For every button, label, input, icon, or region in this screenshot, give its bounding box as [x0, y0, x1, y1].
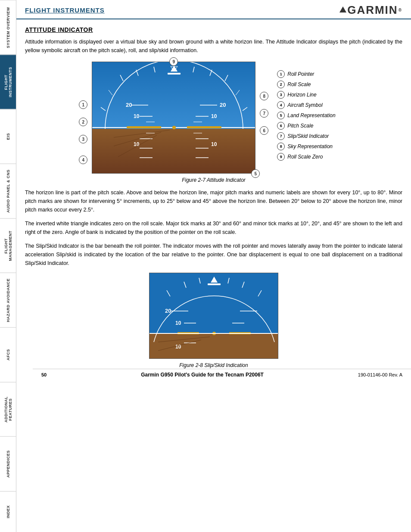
- legend-item-6: 6 Pitch Scale: [277, 122, 335, 130]
- svg-rect-35: [187, 126, 200, 128]
- legend-item-1: 1 Roll Pointer: [277, 70, 335, 78]
- legend: 1 Roll Pointer 2 Roll Scale 3 Horizon Li…: [277, 70, 335, 161]
- svg-line-58: [242, 282, 244, 288]
- svg-text:20: 20: [126, 102, 132, 108]
- attitude-indicator-diagram: 9 1 2 3 4 5 6 7 8: [92, 62, 255, 174]
- figure1-container: 9 1 2 3 4 5 6 7 8: [25, 62, 402, 174]
- svg-line-7: [109, 90, 112, 95]
- svg-line-10: [243, 107, 247, 111]
- sidebar-item-flight-management[interactable]: FLIGHT MANAGEMENT: [0, 218, 16, 273]
- page-footer: 50 Garmin G950 Pilot's Guide for the Tec…: [33, 369, 411, 380]
- figure2-caption: Figure 2-8 Slip/Skid Indication: [25, 362, 402, 368]
- sidebar-item-system-overview[interactable]: SYSTEM OVERVIEW: [0, 0, 16, 55]
- page-header: FLIGHT INSTRUMENTS GARMIN®: [16, 0, 411, 19]
- main-content: FLIGHT INSTRUMENTS GARMIN® ATTITUDE INDI…: [16, 0, 411, 380]
- callout-1: 1: [79, 100, 87, 109]
- slip-skid-image: 20 10 10: [149, 273, 278, 359]
- body-para2: The inverted white triangle indicates ze…: [25, 219, 402, 236]
- footer-title: Garmin G950 Pilot's Guide for the Tecnam…: [141, 372, 264, 378]
- page-title: FLIGHT INSTRUMENTS: [25, 6, 105, 14]
- svg-line-5: [154, 67, 155, 72]
- garmin-logo: GARMIN®: [339, 3, 402, 17]
- page-content: ATTITUDE INDICATOR Attitude information …: [16, 19, 411, 380]
- sidebar-item-hazard-avoidance[interactable]: HAZARD AVOIDANCE: [0, 273, 16, 327]
- svg-text:10: 10: [175, 344, 181, 350]
- svg-marker-41: [211, 277, 218, 283]
- svg-text:10: 10: [211, 113, 217, 119]
- garmin-triangle-icon: [339, 6, 346, 12]
- svg-line-6: [193, 67, 194, 72]
- svg-line-9: [101, 107, 106, 111]
- svg-rect-34: [148, 126, 161, 128]
- body-para3: The Slip/Skid Indicator is the bar benea…: [25, 242, 402, 268]
- page-number: 50: [41, 372, 47, 377]
- intro-paragraph: Attitude information is displayed over a…: [25, 37, 402, 55]
- legend-item-9: 9 Roll Scale Zero: [277, 153, 335, 161]
- roll-arc-svg: 20 20 10 10 10 10: [92, 62, 255, 173]
- callout-2: 2: [79, 118, 87, 126]
- callout-3: 3: [79, 135, 87, 143]
- sidebar-item-index[interactable]: INDEX: [0, 491, 16, 532]
- svg-line-38: [118, 135, 157, 157]
- svg-line-59: [199, 278, 200, 283]
- svg-line-62: [158, 337, 210, 342]
- sidebar-item-audio-panel[interactable]: AUDIO PANEL & CNS: [0, 164, 16, 218]
- figure2-container: 20 10 10: [25, 273, 402, 359]
- svg-line-57: [184, 282, 186, 288]
- footer-doc-num: 190-01146-00 Rev. A: [358, 372, 402, 377]
- attitude-indicator: 20 20 10 10 10 10: [92, 62, 255, 174]
- legend-item-8: 8 Sky Representation: [277, 143, 335, 150]
- callout-5: 5: [251, 169, 260, 178]
- svg-text:20: 20: [220, 102, 226, 108]
- callout-9: 9: [169, 57, 178, 66]
- svg-line-36: [114, 130, 170, 137]
- svg-point-33: [172, 126, 176, 129]
- svg-line-2: [225, 75, 228, 81]
- svg-text:20: 20: [165, 308, 171, 314]
- legend-item-7: 7 Slip/Skid Indicator: [277, 132, 335, 140]
- legend-item-5: 5 Land Representation: [277, 112, 335, 119]
- legend-item-3: 3 Horizon Line: [277, 91, 335, 99]
- callout-6: 6: [260, 126, 268, 135]
- svg-text:10: 10: [134, 113, 140, 119]
- section-title: ATTITUDE INDICATOR: [25, 26, 402, 33]
- svg-line-60: [228, 278, 229, 283]
- svg-line-56: [258, 290, 262, 296]
- callout-7: 7: [260, 109, 268, 118]
- svg-line-8: [236, 90, 240, 95]
- svg-rect-42: [208, 283, 221, 285]
- slip-skid-svg: 20 10 10: [149, 273, 278, 359]
- svg-rect-11: [168, 73, 181, 75]
- svg-text:10: 10: [211, 141, 217, 147]
- svg-text:10: 10: [175, 320, 181, 326]
- sidebar: SYSTEM OVERVIEW FLIGHT INSTRUMENTS EIS A…: [0, 0, 16, 532]
- figure1-caption: Figure 2-7 Attitude Indicator: [25, 177, 402, 183]
- sidebar-item-flight-instruments[interactable]: FLIGHT INSTRUMENTS: [0, 55, 16, 109]
- sidebar-item-eis[interactable]: EIS: [0, 109, 16, 164]
- sidebar-item-appendices[interactable]: APPENDICES: [0, 436, 16, 491]
- legend-item-2: 2 Roll Scale: [277, 81, 335, 88]
- callout-4: 4: [79, 156, 87, 164]
- body-para1: The horizon line is part of the pitch sc…: [25, 188, 402, 214]
- svg-line-55: [167, 290, 170, 296]
- legend-item-4: 4 Aircraft Symbol: [277, 101, 335, 109]
- callout-8: 8: [260, 92, 268, 100]
- sidebar-item-afcs[interactable]: AFCS: [0, 327, 16, 382]
- sidebar-item-additional-features[interactable]: ADDITIONAL FEATURES: [0, 382, 16, 437]
- svg-line-1: [120, 75, 123, 81]
